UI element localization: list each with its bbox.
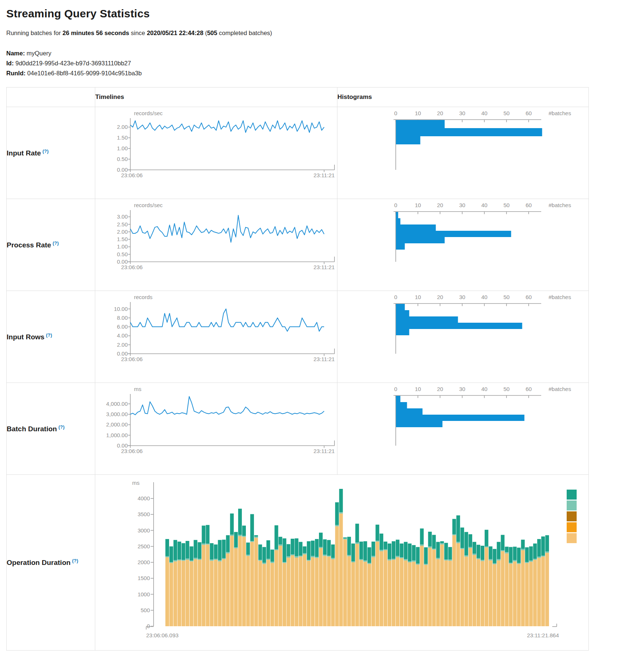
svg-text:20: 20	[437, 202, 443, 208]
svg-text:10: 10	[415, 202, 421, 208]
svg-text:23:06:06: 23:06:06	[121, 448, 142, 454]
svg-text:0.50: 0.50	[117, 156, 128, 162]
svg-text:records/sec: records/sec	[134, 202, 163, 208]
legend-swatch	[567, 522, 577, 532]
row-label-operation-duration: Operation Duration	[7, 559, 71, 567]
svg-text:0: 0	[394, 294, 397, 300]
svg-text:4.00: 4.00	[117, 332, 128, 339]
svg-text:10: 10	[415, 110, 421, 116]
row-label-input-rate: Input Rate	[7, 149, 41, 157]
svg-text:#batches: #batches	[549, 202, 571, 208]
histograms-column-header: Histograms	[337, 88, 589, 107]
help-icon[interactable]: (?)	[58, 424, 65, 430]
query-id-line: Id: 9d0dd219-995d-423e-b97d-36931110bb27	[6, 58, 625, 68]
timelines-column-header: Timelines	[95, 88, 337, 107]
statistics-table: Timelines Histograms Input Rate(?) recor…	[6, 87, 589, 651]
help-icon[interactable]: (?)	[72, 558, 78, 563]
input-rows-timeline-chart: records10.008.006.004.002.000.0023:06:06…	[95, 291, 337, 383]
help-icon[interactable]: (?)	[52, 240, 59, 246]
help-icon[interactable]: (?)	[46, 332, 52, 338]
legend-swatch	[567, 501, 577, 511]
input-rate-timeline-chart: records/sec2.001.501.000.500.0023:06:062…	[95, 107, 337, 199]
batch-duration-histogram-chart: 0102030405060#batches	[337, 383, 588, 474]
batch-duration-timeline-chart: ms4,000.003,000.002,000.001,000.000.0023…	[95, 383, 337, 474]
legend-swatch	[567, 533, 577, 543]
svg-text:23:06:06.093: 23:06:06.093	[146, 632, 179, 638]
input-rate-histogram-chart: 0102030405060#batches	[337, 107, 588, 199]
process-rate-row: Process Rate(?) records/sec3.002.502.001…	[7, 199, 589, 291]
svg-text:10: 10	[415, 386, 421, 392]
svg-text:1.50: 1.50	[117, 134, 128, 141]
svg-text:records: records	[134, 294, 152, 300]
input-rows-row: Input Rows(?) records10.008.006.004.002.…	[7, 291, 589, 383]
svg-text:30: 30	[459, 386, 466, 392]
svg-text:23:11:21.864: 23:11:21.864	[527, 632, 559, 638]
svg-text:23:11:21: 23:11:21	[313, 264, 334, 270]
svg-text:2000: 2000	[138, 559, 150, 565]
svg-text:#batches: #batches	[549, 386, 571, 392]
process-rate-timeline-chart: records/sec3.002.502.001.501.000.500.002…	[95, 199, 337, 291]
svg-text:10: 10	[415, 294, 421, 300]
running-batches-summary: Running batches for 26 minutes 56 second…	[6, 30, 625, 37]
duration-value: 26 minutes 56 seconds	[62, 30, 129, 36]
svg-text:20: 20	[437, 386, 443, 392]
legend-swatch	[567, 511, 577, 521]
svg-text:1,000.00: 1,000.00	[106, 432, 128, 438]
svg-text:1.00: 1.00	[117, 145, 128, 151]
svg-text:0.50: 0.50	[117, 251, 128, 257]
start-timestamp: 2020/05/21 22:44:28	[147, 30, 203, 36]
summary-text: Running batches for	[6, 30, 62, 36]
svg-text:ms: ms	[134, 386, 141, 392]
svg-text:3.00: 3.00	[117, 213, 128, 220]
svg-text:23:11:21: 23:11:21	[313, 172, 334, 178]
svg-text:40: 40	[481, 202, 488, 208]
svg-text:6.00: 6.00	[117, 323, 128, 330]
svg-text:60: 60	[526, 386, 532, 392]
svg-text:60: 60	[526, 294, 532, 300]
svg-text:1000: 1000	[138, 591, 150, 597]
svg-text:40: 40	[481, 294, 488, 300]
svg-text:3500: 3500	[138, 511, 150, 517]
query-metadata: Name: myQuery Id: 9d0dd219-995d-423e-b97…	[6, 48, 625, 78]
svg-text:23:06:06: 23:06:06	[121, 264, 142, 270]
svg-text:4000: 4000	[138, 495, 150, 501]
svg-text:23:06:06: 23:06:06	[121, 356, 142, 362]
svg-text:2.00: 2.00	[117, 124, 128, 130]
svg-text:1.00: 1.00	[117, 243, 128, 250]
svg-text:ms: ms	[132, 480, 140, 486]
operation-duration-row: Operation Duration(?) ms4000350030002500…	[7, 475, 589, 651]
svg-text:23:06:06: 23:06:06	[121, 172, 142, 178]
svg-text:30: 30	[459, 110, 466, 116]
help-icon[interactable]: (?)	[42, 148, 49, 154]
row-label-input-rows: Input Rows	[7, 333, 44, 341]
svg-text:60: 60	[526, 110, 532, 116]
svg-text:50: 50	[504, 386, 510, 392]
input-rows-histogram-chart: 0102030405060#batches	[337, 291, 588, 383]
svg-text:20: 20	[437, 294, 443, 300]
svg-text:0: 0	[394, 202, 397, 208]
svg-text:#batches: #batches	[549, 294, 571, 300]
svg-text:4,000.00: 4,000.00	[106, 401, 128, 407]
svg-text:50: 50	[504, 202, 510, 208]
svg-text:2.00: 2.00	[117, 229, 128, 235]
svg-text:2.50: 2.50	[117, 221, 128, 227]
svg-text:50: 50	[504, 294, 510, 300]
svg-text:2.00: 2.00	[117, 342, 128, 348]
empty-header-cell	[7, 88, 95, 107]
svg-text:500: 500	[141, 607, 150, 613]
svg-text:0: 0	[394, 110, 397, 116]
svg-text:0: 0	[394, 386, 397, 392]
svg-text:50: 50	[504, 110, 510, 116]
svg-text:40: 40	[481, 110, 488, 116]
page-title: Streaming Query Statistics	[6, 7, 625, 20]
svg-text:2500: 2500	[138, 543, 150, 549]
svg-text:10.00: 10.00	[114, 306, 128, 312]
svg-text:60: 60	[526, 202, 532, 208]
svg-text:records/sec: records/sec	[134, 110, 163, 116]
row-label-batch-duration: Batch Duration	[7, 425, 57, 433]
svg-text:3,000.00: 3,000.00	[106, 411, 128, 417]
input-rate-row: Input Rate(?) records/sec2.001.501.000.5…	[7, 107, 589, 199]
query-name-line: Name: myQuery	[6, 48, 625, 58]
svg-text:1500: 1500	[138, 575, 150, 581]
batch-duration-row: Batch Duration(?) ms4,000.003,000.002,00…	[7, 383, 589, 475]
